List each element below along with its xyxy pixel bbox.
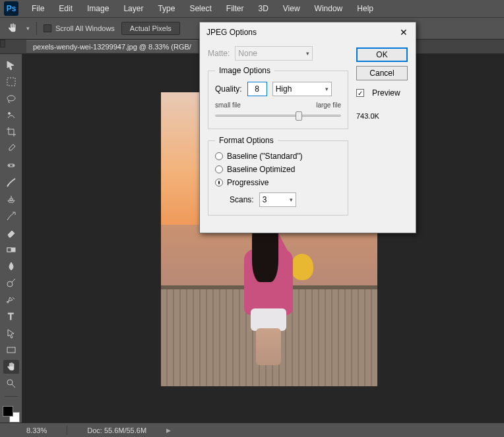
foreground-color-swatch[interactable] [3,406,13,417]
image-options-legend: Image Options [215,66,274,75]
tools-panel: T [0,54,22,422]
document-tab[interactable]: pexels-wendy-wei-13299947.jpg @ 8.33% (R… [26,40,198,53]
preview-label: Preview [372,88,400,98]
progressive-radio[interactable]: Progressive [215,178,341,187]
quality-slider[interactable] [215,110,341,121]
crop-tool-icon[interactable] [3,125,19,139]
baseline-optimized-label: Baseline Optimized [227,165,295,174]
menu-edit[interactable]: Edit [52,1,79,16]
close-icon[interactable]: ✕ [398,27,409,38]
slider-thumb[interactable] [296,111,302,121]
svg-rect-10 [7,347,15,353]
eyedropper-tool-icon[interactable] [3,142,19,156]
quality-preset-value: High [276,84,292,94]
preview-checkbox[interactable]: ✓Preview [356,88,408,98]
progressive-label: Progressive [227,178,268,187]
zoom-level[interactable]: 8.33% [26,426,47,434]
move-tool-icon[interactable] [3,58,19,72]
tool-preset-chevron-icon[interactable]: ▾ [26,25,30,32]
menu-view[interactable]: View [276,1,307,16]
baseline-optimized-radio[interactable]: Baseline Optimized [215,165,341,174]
matte-label: Matte: [208,49,230,58]
menu-type[interactable]: Type [151,1,181,16]
svg-point-1 [7,96,15,101]
menu-3d[interactable]: 3D [251,1,274,16]
path-select-tool-icon[interactable] [3,326,19,340]
svg-point-11 [7,380,13,385]
eraser-tool-icon[interactable] [3,225,19,239]
cancel-button[interactable]: Cancel [356,66,408,80]
marquee-tool-icon[interactable] [3,74,19,88]
rectangle-tool-icon[interactable] [3,343,19,357]
jpeg-options-dialog: JPEG Options ✕ Matte: None▾ Image Option… [199,22,416,233]
svg-rect-0 [7,78,15,86]
ok-button[interactable]: OK [356,47,408,62]
scroll-all-windows-checkbox[interactable]: Scroll All Windows [44,24,115,32]
scans-select[interactable]: 3▾ [259,192,296,207]
dodge-tool-icon[interactable] [3,276,19,290]
scroll-all-windows-label: Scroll All Windows [55,24,115,32]
svg-point-2 [8,113,10,115]
baseline-standard-label: Baseline ("Standard") [227,152,303,161]
filesize-readout: 743.0K [356,112,408,120]
doc-size[interactable]: Doc: 55.6M/55.6M [87,426,146,434]
quick-select-tool-icon[interactable] [3,108,19,122]
menu-help[interactable]: Help [350,1,380,16]
svg-text:T: T [8,311,14,322]
status-bar: 8.33% Doc: 55.6M/55.6M ▶ [0,422,504,437]
panel-collapse-grip[interactable] [0,40,5,47]
chevron-down-icon: ▾ [290,196,293,203]
chevron-down-icon: ▾ [325,86,329,92]
matte-value: None [238,49,257,58]
status-menu-chevron-icon[interactable]: ▶ [166,427,171,434]
color-swatches[interactable] [3,406,20,422]
large-file-label: large file [316,102,341,109]
baseline-standard-radio[interactable]: Baseline ("Standard") [215,152,341,161]
quality-input[interactable]: 8 [247,82,267,96]
hand-tool-icon[interactable] [5,21,20,36]
blur-tool-icon[interactable] [3,259,19,273]
dialog-title: JPEG Options [206,28,257,37]
menu-select[interactable]: Select [183,1,218,16]
matte-select: None▾ [235,46,313,61]
small-file-label: small file [215,102,241,109]
svg-point-4 [9,165,10,166]
menu-layer[interactable]: Layer [117,1,150,16]
menu-file[interactable]: File [25,1,51,16]
menu-window[interactable]: Window [308,1,350,16]
menu-filter[interactable]: Filter [220,1,251,16]
image-options-group: Image Options Quality: 8 High▾ small fil… [208,66,348,129]
type-tool-icon[interactable]: T [3,310,19,324]
brush-tool-icon[interactable] [3,175,19,189]
app-logo: Ps [4,1,18,16]
menu-bar: Ps File Edit Image Layer Type Select Fil… [0,0,504,17]
clone-stamp-tool-icon[interactable] [3,192,19,206]
actual-pixels-button[interactable]: Actual Pixels [121,22,180,35]
gradient-tool-icon[interactable] [3,243,19,256]
scans-value: 3 [263,195,267,204]
zoom-tool-icon[interactable] [3,376,19,390]
hand-tool-icon[interactable] [3,360,19,374]
quality-preset-select[interactable]: High▾ [272,82,332,96]
svg-point-8 [7,281,13,287]
quality-label: Quality: [215,84,242,94]
format-options-group: Format Options Baseline ("Standard") Bas… [208,136,348,216]
format-options-legend: Format Options [215,136,278,145]
menu-image[interactable]: Image [80,1,115,16]
svg-point-5 [13,165,14,166]
history-brush-tool-icon[interactable] [3,209,19,223]
pen-tool-icon[interactable] [3,293,19,306]
scans-label: Scans: [230,195,254,204]
healing-brush-tool-icon[interactable] [3,159,19,173]
svg-rect-7 [7,248,11,252]
lasso-tool-icon[interactable] [3,92,19,105]
